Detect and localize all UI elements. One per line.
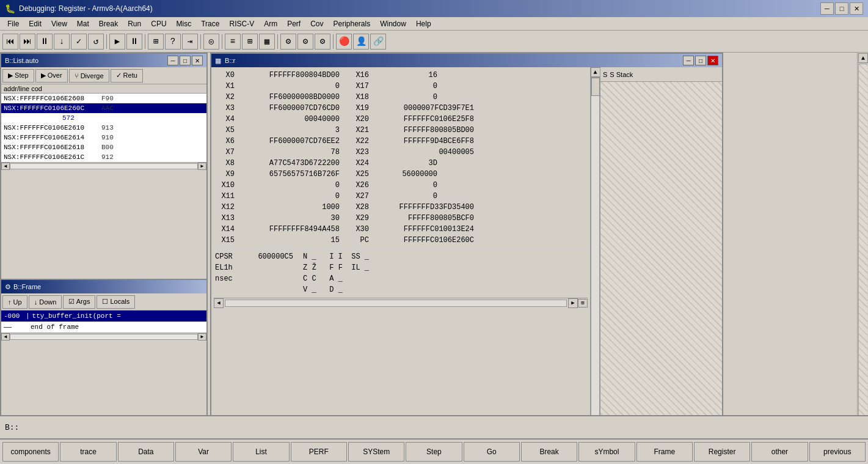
breg-close[interactable]: ✕ — [707, 56, 718, 65]
menu-riscv[interactable]: RISC-V — [224, 18, 259, 29]
menu-misc[interactable]: Misc — [172, 18, 197, 29]
btn-system[interactable]: SYStem — [348, 442, 404, 462]
btn-symbol[interactable]: sYmbol — [578, 442, 635, 462]
toolbar-btn-18[interactable]: ⚙ — [315, 34, 330, 50]
main-scroll-up[interactable]: ▲ — [858, 53, 868, 63]
vscroll-up[interactable]: ▲ — [591, 67, 600, 77]
toolbar-btn-16[interactable]: ⚙ — [280, 34, 296, 50]
locals-checkbox[interactable]: ☐ Locals — [97, 295, 135, 309]
blist-hscroll[interactable]: ◀ ▶ — [1, 162, 206, 169]
btn-perf[interactable]: PERF — [291, 442, 347, 462]
command-input[interactable] — [19, 423, 863, 432]
hscroll-right[interactable]: ▶ — [198, 163, 206, 170]
blist-maximize[interactable]: □ — [180, 56, 191, 65]
maximize-button[interactable]: □ — [835, 2, 848, 15]
menu-break[interactable]: Break — [94, 18, 123, 29]
step-button[interactable]: ▶ Step — [2, 69, 34, 83]
breg-hscroll[interactable]: ◀ ▶ ⊞ — [214, 298, 588, 307]
btn-other[interactable]: other — [751, 442, 808, 462]
btn-list[interactable]: List — [233, 442, 289, 462]
btn-var[interactable]: Var — [175, 442, 232, 462]
toolbar-btn-20[interactable]: 👤 — [353, 34, 369, 50]
toolbar-btn-2[interactable]: ⏭ — [20, 34, 35, 50]
breg-hscroll-left[interactable]: ◀ — [214, 298, 224, 308]
toolbar-btn-10[interactable]: ? — [165, 34, 181, 50]
btn-register[interactable]: Register — [694, 442, 750, 462]
btn-data[interactable]: Data — [118, 442, 174, 462]
menu-arm[interactable]: Arm — [259, 18, 282, 29]
toolbar-btn-19[interactable]: 🔴 — [336, 34, 352, 50]
hscroll-left[interactable]: ◀ — [1, 163, 10, 170]
btn-frame[interactable]: Frame — [636, 442, 693, 462]
menu-view[interactable]: View — [46, 18, 72, 29]
breg-vscroll[interactable]: ▲ ▼ — [590, 67, 600, 449]
toolbar-btn-1[interactable]: ⏮ — [2, 34, 18, 50]
toolbar-btn-7[interactable]: ▶ — [109, 34, 125, 50]
toolbar-btn-12[interactable]: ◎ — [203, 34, 219, 50]
toolbar-btn-6[interactable]: ↺ — [88, 34, 104, 50]
breg-maximize[interactable]: □ — [695, 56, 706, 65]
bframe-hscroll[interactable]: ◀ ▶ — [1, 333, 206, 340]
reg-data: X0FFFFFF800804BD00 X1616 X10 X170 X2FF60… — [214, 70, 588, 295]
blist-close[interactable]: ✕ — [192, 56, 203, 65]
btn-step[interactable]: Step — [406, 442, 462, 462]
close-button[interactable]: ✕ — [850, 2, 863, 15]
reg-row-7: X778 X2300400005 — [214, 147, 588, 158]
menu-trace[interactable]: Trace — [196, 18, 224, 29]
frame-hscroll-left[interactable]: ◀ — [1, 333, 10, 341]
btn-go[interactable]: Go — [464, 442, 520, 462]
frame-hscroll-track — [10, 334, 198, 340]
diverge-button[interactable]: ⑂ Diverge — [69, 69, 109, 83]
main-vscroll[interactable]: ▲ ▼ — [857, 53, 868, 444]
vscroll-thumb[interactable] — [591, 78, 600, 96]
toolbar-sep-5 — [277, 34, 278, 49]
menu-perf[interactable]: Perf — [282, 18, 305, 29]
breg-minimize[interactable]: ─ — [683, 56, 694, 65]
toolbar-btn-4[interactable]: ↓ — [54, 34, 70, 50]
reg-row-2: X2FF60000008BD0000 X180 — [214, 92, 588, 103]
breg-content: X0FFFFFF800804BD00 X1616 X10 X170 X2FF60… — [211, 67, 722, 449]
menu-window[interactable]: Window — [375, 18, 411, 29]
stack-content — [600, 82, 722, 449]
return-button[interactable]: ✓ Retu — [111, 69, 143, 83]
toolbar-btn-9[interactable]: ⊞ — [148, 34, 164, 50]
code-display: NSX:FFFFFFC0106E2608 F90 NSX:FFFFFFC0106… — [1, 94, 206, 162]
breg-hscroll-right[interactable]: ▶ — [568, 298, 578, 308]
bottom-bar: components trace Data Var List PERF SYSt… — [0, 438, 868, 464]
menu-mat[interactable]: Mat — [72, 18, 94, 29]
toolbar-btn-14[interactable]: ⊞ — [242, 34, 258, 50]
menu-help[interactable]: Help — [411, 18, 436, 29]
btn-components[interactable]: components — [2, 442, 59, 462]
menu-edit[interactable]: Edit — [24, 18, 46, 29]
menu-cov[interactable]: Cov — [305, 18, 328, 29]
menu-run[interactable]: Run — [123, 18, 146, 29]
toolbar-btn-21[interactable]: 🔗 — [370, 34, 386, 50]
toolbar-btn-15[interactable]: ▦ — [259, 34, 275, 50]
args-checkbox[interactable]: ☑ Args — [63, 295, 95, 309]
reg-row-11: X110 X270 — [214, 191, 588, 202]
menu-cpu[interactable]: CPU — [146, 18, 171, 29]
blist-minimize[interactable]: ─ — [167, 56, 178, 65]
stack-s-label: S — [603, 71, 607, 78]
reg-row-15: X1515 PCFFFFFFC0106E260C — [214, 235, 588, 246]
toolbar-btn-17[interactable]: ⚙ — [297, 34, 313, 50]
toolbar-btn-5[interactable]: ✓ — [71, 34, 87, 50]
toolbar-btn-8[interactable]: ⏸ — [126, 34, 142, 50]
blist-window: B::List.auto ─ □ ✕ ▶ Step ▶ Over ⑂ Diver… — [0, 53, 208, 291]
btn-trace[interactable]: trace — [60, 442, 116, 462]
menu-peripherals[interactable]: Peripherals — [329, 18, 376, 29]
btn-previous[interactable]: previous — [809, 442, 866, 462]
blist-toolbar: ▶ Step ▶ Over ⑂ Diverge ✓ Retu — [1, 67, 206, 84]
toolbar-btn-13[interactable]: ≡ — [225, 34, 241, 50]
toolbar-btn-11[interactable]: ⇥ — [182, 34, 198, 50]
over-button[interactable]: ▶ Over — [35, 69, 68, 83]
down-button[interactable]: ↓ Down — [29, 295, 62, 309]
toolbar-sep-4 — [222, 34, 222, 49]
frame-hscroll-right[interactable]: ▶ — [198, 333, 206, 341]
btn-break[interactable]: Break — [521, 442, 577, 462]
up-button[interactable]: ↑ Up — [2, 295, 27, 309]
cpsr-row-3: V _ D _ — [214, 284, 588, 295]
menu-file[interactable]: File — [2, 18, 24, 29]
toolbar-btn-3[interactable]: ⏸ — [37, 34, 53, 50]
minimize-button[interactable]: ─ — [820, 2, 834, 15]
